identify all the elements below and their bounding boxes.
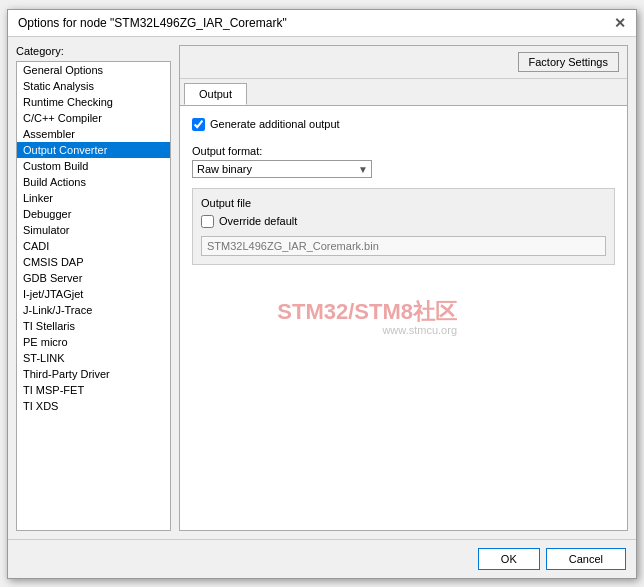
category-item-cmsis-dap[interactable]: CMSIS DAP bbox=[17, 254, 170, 270]
category-item-jlink-jtrace[interactable]: J-Link/J-Trace bbox=[17, 302, 170, 318]
output-format-group: Output format: Raw binary Intel Extended… bbox=[192, 145, 615, 178]
dialog-body: Category: General OptionsStatic Analysis… bbox=[8, 37, 636, 539]
override-row: Override default bbox=[201, 215, 606, 228]
category-item-linker[interactable]: Linker bbox=[17, 190, 170, 206]
override-checkbox[interactable] bbox=[201, 215, 214, 228]
category-item-third-party-driver[interactable]: Third-Party Driver bbox=[17, 366, 170, 382]
format-select-wrapper: Raw binary Intel Extended Motorola S Sim… bbox=[192, 160, 372, 178]
category-item-ti-msp-fet[interactable]: TI MSP-FET bbox=[17, 382, 170, 398]
category-item-custom-build[interactable]: Custom Build bbox=[17, 158, 170, 174]
category-item-cpp-compiler[interactable]: C/C++ Compiler bbox=[17, 110, 170, 126]
override-label: Override default bbox=[219, 215, 297, 227]
category-item-ijet-jtagjet[interactable]: I-jet/JTAGjet bbox=[17, 286, 170, 302]
category-list: General OptionsStatic AnalysisRuntime Ch… bbox=[16, 61, 171, 531]
category-item-general-options[interactable]: General Options bbox=[17, 62, 170, 78]
factory-settings-button[interactable]: Factory Settings bbox=[518, 52, 619, 72]
tab-content-wrapper: STM32/STM8社区 www.stmcu.org Generate addi… bbox=[180, 106, 627, 530]
dialog-title: Options for node "STM32L496ZG_IAR_Corema… bbox=[18, 16, 287, 30]
category-label: Category: bbox=[16, 45, 171, 57]
category-item-cadi[interactable]: CADI bbox=[17, 238, 170, 254]
generate-output-checkbox[interactable] bbox=[192, 118, 205, 131]
output-file-group: Output file Override default STM32L496ZG… bbox=[192, 188, 615, 265]
category-item-ti-xds[interactable]: TI XDS bbox=[17, 398, 170, 414]
generate-output-row: Generate additional output bbox=[192, 118, 615, 131]
output-file-title: Output file bbox=[201, 197, 606, 209]
category-item-static-analysis[interactable]: Static Analysis bbox=[17, 78, 170, 94]
title-bar: Options for node "STM32L496ZG_IAR_Corema… bbox=[8, 10, 636, 37]
category-item-ti-stellaris[interactable]: TI Stellaris bbox=[17, 318, 170, 334]
main-panel: Factory Settings Output STM32/STM8社区 www… bbox=[179, 45, 628, 531]
category-item-st-link[interactable]: ST-LINK bbox=[17, 350, 170, 366]
generate-output-label: Generate additional output bbox=[210, 118, 340, 130]
category-item-assembler[interactable]: Assembler bbox=[17, 126, 170, 142]
output-format-label: Output format: bbox=[192, 145, 615, 157]
tab-content: Generate additional output Output format… bbox=[180, 106, 627, 530]
factory-settings-row: Factory Settings bbox=[180, 46, 627, 79]
category-item-build-actions[interactable]: Build Actions bbox=[17, 174, 170, 190]
filename-input[interactable]: STM32L496ZG_IAR_Coremark.bin bbox=[201, 236, 606, 256]
cancel-button[interactable]: Cancel bbox=[546, 548, 626, 570]
category-item-output-converter[interactable]: Output Converter bbox=[17, 142, 170, 158]
category-panel: Category: General OptionsStatic Analysis… bbox=[16, 45, 171, 531]
close-button[interactable]: ✕ bbox=[614, 16, 626, 30]
category-item-runtime-checking[interactable]: Runtime Checking bbox=[17, 94, 170, 110]
ok-button[interactable]: OK bbox=[478, 548, 540, 570]
format-select[interactable]: Raw binary Intel Extended Motorola S Sim… bbox=[192, 160, 372, 178]
category-item-pe-micro[interactable]: PE micro bbox=[17, 334, 170, 350]
category-item-gdb-server[interactable]: GDB Server bbox=[17, 270, 170, 286]
output-tab[interactable]: Output bbox=[184, 83, 247, 105]
category-item-simulator[interactable]: Simulator bbox=[17, 222, 170, 238]
options-dialog: Options for node "STM32L496ZG_IAR_Corema… bbox=[7, 9, 637, 579]
category-item-debugger[interactable]: Debugger bbox=[17, 206, 170, 222]
dialog-footer: OK Cancel bbox=[8, 539, 636, 578]
tab-bar: Output bbox=[180, 79, 627, 106]
